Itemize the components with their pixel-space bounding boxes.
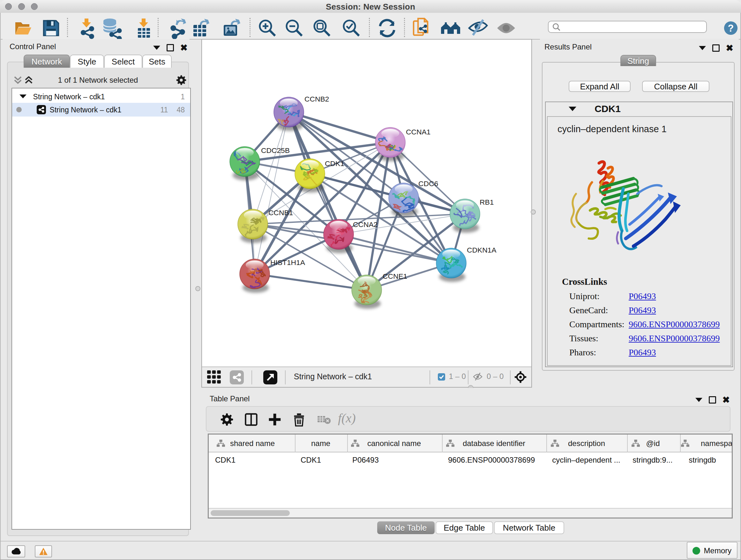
svg-text:CDKN1A: CDKN1A [467,246,496,254]
svg-text:CCNB1: CCNB1 [268,208,293,217]
svg-text:CCNE1: CCNE1 [383,272,407,280]
svg-text:CDK1: CDK1 [325,159,344,168]
svg-text:CDC25B: CDC25B [261,146,290,154]
svg-text:CCNB2: CCNB2 [305,95,329,103]
svg-text:CCNA1: CCNA1 [406,128,430,136]
svg-text:CCNA2: CCNA2 [353,220,378,229]
svg-text:CDC6: CDC6 [418,179,438,188]
svg-text:HIST1H1A: HIST1H1A [270,258,306,266]
svg-text:RB1: RB1 [480,198,494,206]
svg-text:?: ? [728,23,734,34]
